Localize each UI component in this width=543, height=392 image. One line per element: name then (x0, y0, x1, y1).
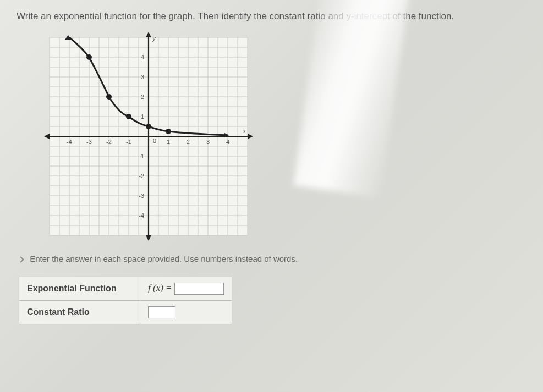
svg-text:-1: -1 (126, 139, 131, 145)
graph-plot: -4-3-2-1 1234 0 43 21 -1-2 -3-4 y x (44, 32, 253, 241)
instructions-text: Enter the answer in each space provided.… (30, 254, 298, 263)
constant-ratio-input[interactable] (148, 306, 175, 318)
svg-text:-3: -3 (86, 139, 92, 145)
svg-point-70 (126, 114, 131, 119)
svg-text:4: 4 (226, 139, 229, 145)
svg-text:x: x (242, 128, 246, 134)
svg-text:-2: -2 (106, 139, 112, 145)
svg-text:2: 2 (187, 139, 190, 145)
svg-marker-47 (44, 134, 50, 139)
svg-text:-4: -4 (67, 139, 72, 145)
function-prefix: f (x) = (148, 283, 172, 293)
instructions-row: Enter the answer in each space provided.… (19, 254, 526, 263)
constant-ratio-label: Constant Ratio (19, 301, 140, 324)
question-text: Write an exponential function for the gr… (17, 11, 526, 22)
svg-text:1: 1 (141, 113, 144, 120)
table-row: Constant Ratio (19, 301, 232, 324)
svg-text:1: 1 (167, 139, 170, 145)
svg-text:-1: -1 (139, 153, 144, 159)
svg-point-68 (86, 54, 92, 60)
svg-marker-48 (248, 134, 253, 139)
svg-marker-46 (146, 235, 151, 241)
svg-point-71 (146, 124, 151, 129)
svg-text:4: 4 (141, 54, 144, 60)
svg-text:3: 3 (206, 139, 210, 145)
svg-text:-2: -2 (139, 173, 144, 179)
exponential-function-input[interactable] (174, 283, 224, 295)
svg-text:3: 3 (141, 74, 144, 80)
svg-point-69 (106, 94, 112, 100)
graph-container: -4-3-2-1 1234 0 43 21 -1-2 -3-4 y x (44, 32, 526, 241)
exponential-function-label: Exponential Function (19, 277, 140, 301)
svg-text:-3: -3 (139, 192, 144, 199)
svg-point-72 (166, 129, 171, 134)
svg-text:0: 0 (153, 137, 156, 144)
svg-text:2: 2 (141, 93, 144, 100)
svg-text:-4: -4 (139, 212, 144, 219)
exponential-function-cell: f (x) = (140, 277, 232, 301)
svg-marker-45 (146, 32, 151, 37)
table-row: Exponential Function f (x) = (19, 277, 232, 301)
answer-table: Exponential Function f (x) = Constant Ra… (19, 277, 232, 324)
chevron-right-icon (18, 256, 24, 262)
constant-ratio-cell (140, 301, 232, 324)
